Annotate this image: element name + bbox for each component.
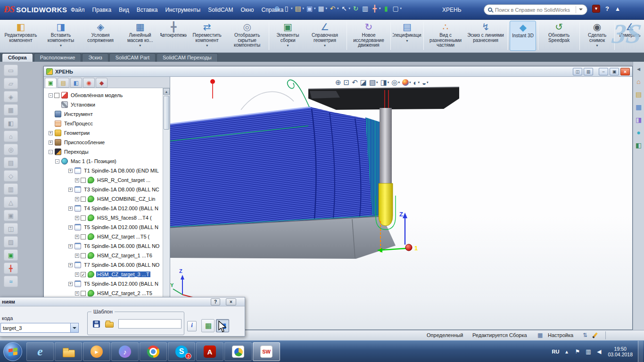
minimize-button[interactable]: – (599, 68, 608, 75)
file-properties-button[interactable]: ▥ (361, 3, 370, 14)
undo-button[interactable]: ↶▾ (328, 3, 339, 14)
simulation-button[interactable]: ▮▮ (216, 319, 229, 332)
tree-row[interactable]: +T5 Spindle-1A D12.000 (BALL N (44, 222, 163, 232)
update-speedpak-button[interactable]: ↺Обновить Speedpak (540, 21, 578, 51)
section-view-button[interactable]: ◪ (359, 78, 368, 87)
tree-row[interactable]: +Геометрии (44, 128, 163, 138)
left-tool-2[interactable]: ◈ (4, 91, 18, 102)
taskbar-windows-explorer[interactable] (55, 342, 82, 361)
collapse-pane-tab[interactable]: ◂ (635, 65, 643, 73)
tree-row[interactable]: +T6 Spindle-1A D6.000 (BALL NO (44, 241, 163, 251)
expand-box-icon[interactable]: + (75, 216, 79, 220)
expand-box-icon[interactable]: + (68, 169, 73, 173)
collapse-box-icon[interactable]: - (49, 150, 53, 154)
rebuild-button[interactable]: ↻ (351, 3, 360, 14)
tree-row[interactable]: +T5 Spindle-1A D12.000 (BALL N (44, 279, 163, 288)
view-palette-tab[interactable]: ◨ (635, 115, 643, 124)
tree-row[interactable]: +HSM_CZ_target_1 ...T6 (44, 251, 163, 260)
document-title-bar[interactable]: ХРЕНЬ ◫▥–▣× (44, 66, 632, 77)
dimxpert-manager-tab[interactable]: ◆ (96, 78, 107, 88)
tree-row[interactable]: +HSR_R_Cont_target ... (44, 175, 163, 185)
combobox-dropdown-icon[interactable] (70, 323, 78, 332)
insert-components-button[interactable]: ◨Вставить компоненты▼ (41, 21, 81, 51)
tree-row[interactable]: +HSM_CZ_target ...T5 ( (44, 232, 163, 241)
help-button[interactable]: ? (604, 5, 611, 12)
add-template-button[interactable]: ▦ (201, 319, 215, 332)
tree-row[interactable]: +HSM_COMBINE_CZ_Lin (44, 194, 163, 204)
solidcam-manager-tab[interactable]: ▣ (45, 78, 57, 88)
info-button[interactable]: i (187, 321, 197, 331)
menu-item-2[interactable]: Вид (115, 5, 133, 15)
viewport-pane-button[interactable]: ◫ (573, 68, 582, 75)
web-help-button[interactable]: ⊕ (272, 3, 281, 14)
taskbar-chrome[interactable] (140, 342, 167, 361)
performance-button[interactable]: ▮ (382, 3, 391, 14)
menu-item-1[interactable]: Правка (89, 5, 116, 15)
help-search-box[interactable]: Поиск в Справке по SolidWorks (484, 4, 587, 15)
checkbox[interactable] (81, 253, 86, 258)
menu-item-4[interactable]: Инструменты (161, 5, 204, 15)
menu-item-0[interactable]: Файл (67, 5, 89, 15)
apply-scene-button[interactable]: ◐▾ (412, 78, 421, 87)
tab-3[interactable]: SolidCAM Part (109, 53, 156, 62)
expand-box-icon[interactable]: + (68, 263, 73, 267)
tree-row[interactable]: +HSM_CZ_target_2 ...T5 (44, 288, 163, 298)
tree-row[interactable]: +T3 Spindle-1A D8.000 (BALL NC (44, 185, 163, 194)
language-indicator[interactable]: RU (552, 349, 560, 354)
scroll-up-icon[interactable]: ▲ (163, 88, 170, 95)
expand-box-icon[interactable]: + (75, 272, 79, 277)
pencil-icon[interactable] (592, 332, 597, 338)
checkbox[interactable] (81, 234, 86, 239)
taskbar-skype[interactable]: S3 (168, 342, 195, 361)
hide-show-items-button[interactable]: ◎▾ (390, 78, 401, 87)
viewport-split-button[interactable]: ▥ (584, 68, 593, 75)
options-button[interactable]: ╋▾ (370, 3, 381, 14)
tree-row[interactable]: -Мас 1 (1- Позиция) (44, 156, 163, 166)
tree-row[interactable]: -Переходы (44, 147, 163, 156)
expand-box-icon[interactable]: + (68, 282, 73, 286)
graphics-viewport[interactable]: Z 1 Z Y X ⊕⊡↶◪▧▾◨▾◎▾▾◐▾◒▾ (170, 77, 632, 329)
tree-row[interactable]: +Инструмент (44, 109, 163, 119)
left-tool-16[interactable]: ≈ (4, 276, 18, 287)
design-library-tab[interactable]: ▤ (635, 90, 643, 99)
left-tool-6[interactable]: ◎ (4, 144, 18, 155)
checkbox[interactable] (81, 291, 86, 296)
start-button[interactable] (3, 342, 22, 361)
hidden-icons-icon[interactable]: ▴ (563, 348, 570, 355)
left-tool-10[interactable]: △ (4, 197, 18, 208)
dialog-title-bar[interactable]: ниям ? × (0, 297, 245, 306)
checkbox[interactable]: ✓ (81, 272, 86, 277)
left-tool-3[interactable]: ▦ (4, 104, 18, 115)
left-tool-7[interactable]: ▤ (4, 157, 18, 168)
left-tool-0[interactable]: ▭ (4, 65, 18, 76)
menu-item-5[interactable]: SolidCAM (204, 5, 237, 15)
linear-component-pattern-button[interactable]: ▦Линейный массив ко...▼ (120, 21, 160, 51)
print-button[interactable]: ▦▾ (317, 3, 328, 14)
taskbar-clock[interactable]: 19:50 03.04.2018 (608, 346, 633, 357)
collapse-ribbon-button[interactable]: ▴ (614, 5, 621, 12)
view-orientation-button[interactable]: ▧▾ (368, 78, 379, 87)
taskbar-solidcam[interactable] (224, 342, 252, 361)
tab-0[interactable]: Сборка (2, 53, 33, 62)
select-button[interactable]: ↖▾ (340, 3, 351, 14)
viewport-3d-canvas[interactable]: Z 1 Z Y X (170, 77, 632, 329)
exploded-view-button[interactable]: ∴Вид с разнесенными частями (426, 21, 465, 51)
edit-appearance-button[interactable]: ▾ (401, 78, 412, 87)
tab-2[interactable]: Эскиз (82, 53, 108, 62)
maximize-button[interactable]: ▣ (610, 68, 619, 75)
reference-geometry-button[interactable]: ∠Справочная геометрия▼ (305, 21, 345, 51)
save-button[interactable]: ▣▾ (305, 3, 316, 14)
view-settings-button[interactable]: ◒▾ (421, 78, 429, 87)
show-desktop-button[interactable] (638, 341, 643, 362)
move-component-button[interactable]: ⇄Переместить компонент▼ (187, 21, 227, 51)
appearances-scenes-tab[interactable]: ● (635, 128, 643, 137)
expand-box-icon[interactable]: + (75, 178, 79, 182)
left-tool-13[interactable]: ▨ (4, 236, 18, 247)
custom-properties-tab[interactable]: ◧ (635, 141, 643, 149)
expand-box-icon[interactable]: + (75, 291, 79, 296)
close-button[interactable]: × (620, 68, 630, 75)
expand-box-icon[interactable]: + (75, 235, 79, 239)
taskbar-internet-explorer[interactable]: e (26, 342, 54, 361)
tree-row[interactable]: +T4 Spindle-1A D12.000 (BALL N (44, 204, 163, 213)
measure-button[interactable]: ∡Измерить (617, 21, 643, 51)
